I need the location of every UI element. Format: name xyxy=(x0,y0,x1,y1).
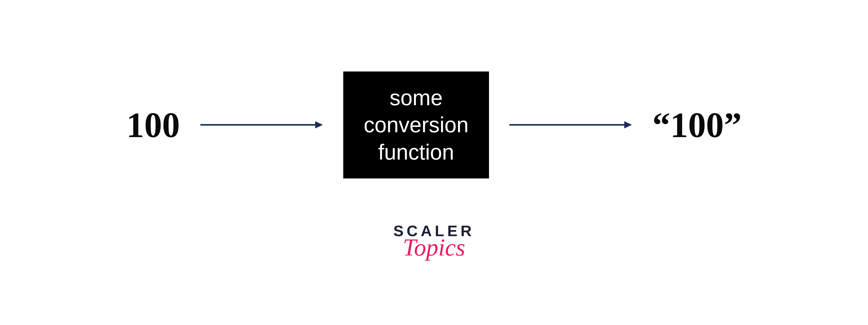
conversion-function-box: some conversion function xyxy=(343,71,489,178)
svg-marker-3 xyxy=(624,121,632,128)
conversion-diagram: 100 some conversion function “100” xyxy=(0,71,868,178)
input-value: 100 xyxy=(126,105,180,146)
box-text-line1: some xyxy=(364,84,469,111)
box-text-line2: conversion xyxy=(364,111,469,138)
arrow-icon xyxy=(200,120,323,130)
arrow-icon xyxy=(509,120,632,130)
box-text-line3: function xyxy=(364,139,469,166)
scaler-topics-logo: SCALER Topics xyxy=(393,222,475,261)
output-value: “100” xyxy=(652,105,742,146)
svg-marker-1 xyxy=(315,121,323,128)
logo-text-topics: Topics xyxy=(393,233,475,261)
